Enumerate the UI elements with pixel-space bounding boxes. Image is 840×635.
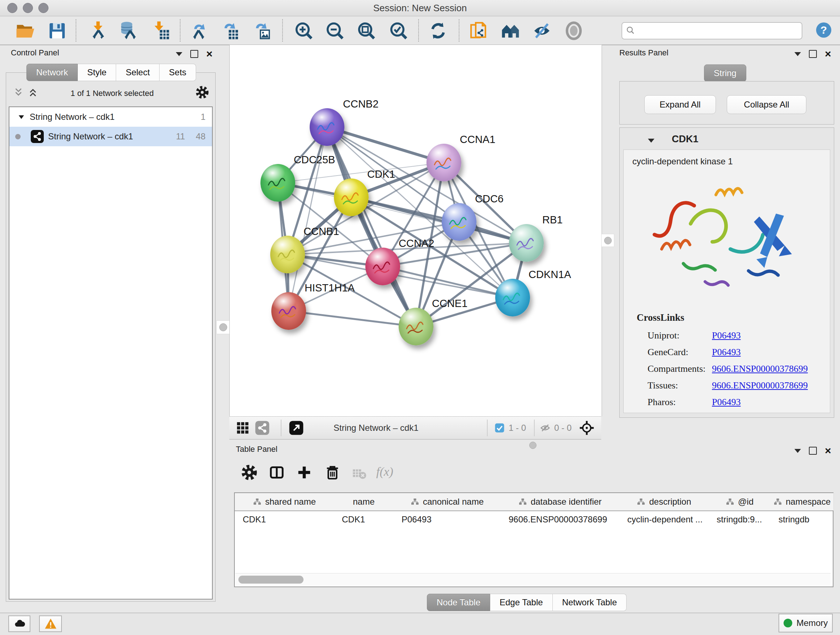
create-column-icon[interactable] (296, 464, 313, 481)
column-header-namespace[interactable]: namespace (771, 493, 834, 510)
zoom-fit-icon[interactable] (356, 21, 377, 41)
control-panel-menu-icon[interactable] (176, 52, 182, 56)
open-session-icon[interactable] (15, 21, 35, 41)
refresh-view-icon[interactable] (428, 21, 448, 41)
network-node-CCNB1[interactable] (270, 236, 305, 273)
network-node-CCNA1[interactable] (426, 144, 461, 181)
column-header-description[interactable]: description (619, 493, 709, 510)
node-label-RB1: RB1 (542, 214, 562, 226)
column-header-@id[interactable]: @id (709, 493, 771, 510)
crosslink-link[interactable]: P06493 (712, 397, 741, 408)
network-node-CCNA2[interactable] (365, 248, 400, 285)
hide-selected-icon[interactable] (532, 21, 552, 41)
tab-string[interactable]: String (704, 65, 746, 82)
scrollbar-thumb[interactable] (238, 576, 303, 584)
cell-canonical-name[interactable]: P06493 (393, 511, 501, 528)
import-database-icon[interactable] (118, 21, 139, 41)
string-app-icon (31, 130, 44, 143)
crosslink-link[interactable]: P06493 (712, 347, 741, 358)
tab-select[interactable]: Select (116, 64, 159, 81)
delete-column-icon[interactable] (324, 464, 341, 481)
crosslink-link[interactable]: 9606.ENSP00000378699 (712, 380, 808, 391)
expand-all-button[interactable]: Expand All (644, 95, 716, 114)
cell-namespace[interactable]: stringdb (771, 511, 834, 528)
tab-network[interactable]: Network (27, 64, 78, 81)
cell-database-identifier[interactable]: 9606.ENSP00000378699 (501, 511, 619, 528)
results-panel-close-icon[interactable]: × (825, 51, 831, 57)
control-panel-float-icon[interactable] (190, 50, 198, 58)
table-panel-close-icon[interactable]: × (825, 448, 831, 454)
cloud-button[interactable] (8, 616, 30, 632)
results-panel-menu-icon[interactable] (794, 52, 801, 56)
network-node-CCNE1[interactable] (399, 308, 433, 345)
table-horizontal-scrollbar[interactable] (235, 573, 831, 586)
column-header-shared-name[interactable]: shared name (235, 493, 334, 510)
import-network-icon[interactable] (88, 21, 108, 41)
table-panel-menu-icon[interactable] (794, 449, 801, 453)
search-input[interactable] (638, 24, 799, 37)
string-network-badge-icon[interactable] (255, 420, 270, 435)
results-panel-float-icon[interactable] (809, 50, 817, 58)
network-canvas[interactable]: CCNB2 CCNA1 CDC25B CDK1 CDC6 RB1 CCNB1 C… (229, 45, 602, 416)
tab-network-table[interactable]: Network Table (553, 594, 627, 611)
collapse-all-button[interactable]: Collapse All (727, 95, 806, 114)
network-view-title: String Network – cdk1 (333, 423, 418, 433)
control-panel-buttons: × (176, 50, 213, 58)
network-node-CDK1[interactable] (334, 179, 369, 216)
annotations-icon[interactable] (468, 21, 488, 41)
tab-style[interactable]: Style (78, 64, 116, 81)
tab-node-table[interactable]: Node Table (427, 594, 490, 611)
expand-all-tree-icon[interactable] (27, 87, 38, 98)
warning-button[interactable] (39, 616, 62, 632)
zoom-out-icon[interactable] (325, 21, 345, 41)
table-options-gear-icon[interactable] (241, 464, 257, 481)
column-header-name[interactable]: name (334, 493, 394, 510)
control-panel-close-icon[interactable]: × (206, 51, 213, 57)
table-panel-float-icon[interactable] (809, 447, 817, 455)
crosslink-row: Compartments: 9606.ENSP00000378699 (647, 361, 821, 377)
tab-sets[interactable]: Sets (159, 64, 196, 81)
network-node-RB1[interactable] (509, 224, 544, 262)
network-node-HIST1H1A[interactable] (271, 292, 306, 330)
horizontal-splitter-handle[interactable] (529, 442, 537, 449)
export-table-icon[interactable] (220, 21, 240, 41)
cell-name[interactable]: CDK1 (334, 511, 393, 528)
crosslink-link[interactable]: 9606.ENSP00000378699 (712, 363, 808, 374)
network-collection-row[interactable]: String Network – cdk1 1 (9, 107, 212, 127)
birds-eye-view-icon[interactable] (236, 421, 249, 435)
show-all-icon[interactable] (564, 21, 584, 41)
network-node-CDKN1A[interactable] (495, 279, 530, 317)
export-image-icon[interactable] (252, 21, 272, 41)
node-table[interactable]: shared nameCDK1nameCDK1canonical nameP06… (234, 492, 834, 587)
collapse-all-tree-icon[interactable] (13, 87, 24, 98)
import-table-icon[interactable] (150, 21, 171, 41)
node-label-CDKN1A: CDKN1A (529, 269, 571, 280)
column-header-canonical-name[interactable]: canonical name (393, 493, 501, 510)
memory-button[interactable]: Memory (778, 614, 833, 632)
tab-edge-table[interactable]: Edge Table (490, 594, 553, 611)
first-neighbors-icon[interactable] (500, 21, 521, 41)
cell-description[interactable]: cyclin-dependent ... (619, 511, 709, 528)
cell-@id[interactable]: stringdb:9... (709, 511, 771, 528)
network-row-selected[interactable]: String Network – cdk1 11 48 (9, 127, 212, 146)
entry-expander-icon[interactable] (648, 139, 654, 143)
crosslink-link[interactable]: P06493 (712, 330, 741, 341)
zoom-in-icon[interactable] (294, 21, 314, 41)
selected-checkbox-icon[interactable] (494, 423, 505, 433)
network-node-CCNB2[interactable] (309, 108, 344, 146)
cell-shared-name[interactable]: CDK1 (235, 511, 334, 528)
show-columns-icon[interactable] (268, 464, 285, 481)
network-node-CDC6[interactable] (442, 203, 477, 241)
left-splitter-handle[interactable] (216, 320, 230, 334)
save-session-icon[interactable] (47, 21, 67, 41)
help-icon[interactable]: ? (815, 21, 832, 39)
column-header-database-identifier[interactable]: database identifier (501, 493, 620, 510)
zoom-selected-icon[interactable] (388, 21, 409, 41)
network-node-CDC25B[interactable] (261, 164, 295, 202)
network-options-gear-icon[interactable] (195, 86, 209, 99)
open-in-window-icon[interactable] (289, 420, 304, 435)
collection-expander-icon[interactable] (17, 113, 25, 121)
export-network-icon[interactable] (189, 21, 210, 41)
right-splitter-handle[interactable] (601, 234, 614, 247)
fit-selected-crosshair-icon[interactable] (579, 420, 595, 436)
